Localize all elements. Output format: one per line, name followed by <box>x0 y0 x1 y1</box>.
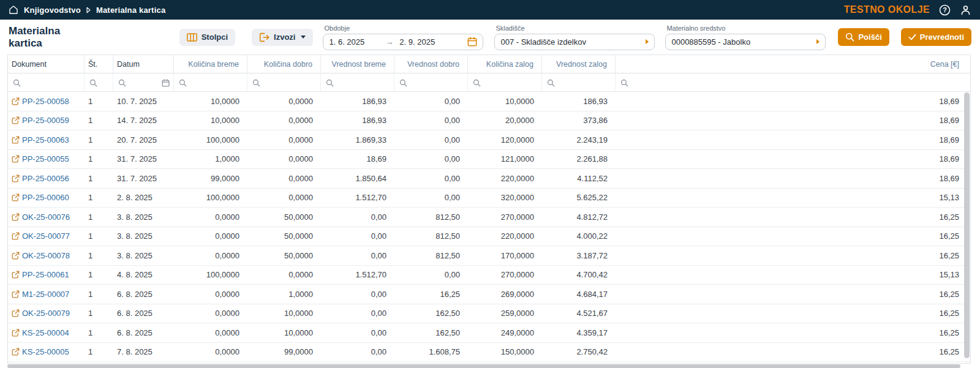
document-link[interactable]: M1-25-00007 <box>22 290 69 299</box>
breadcrumb-item-root[interactable]: Knjigovodstvo <box>24 6 81 15</box>
document-link[interactable]: OK-25-00078 <box>22 251 70 260</box>
columns-button[interactable]: Stolpci <box>179 29 235 46</box>
column-header-st[interactable]: Št. <box>85 55 113 73</box>
document-link[interactable]: KS-25-00004 <box>22 328 69 337</box>
material-select[interactable]: 0000885595 - Jabolko <box>665 34 826 50</box>
open-document-icon[interactable] <box>12 97 20 105</box>
table-row: PP-25-00060 1 2. 8. 2025 100,0000 0,0000… <box>8 189 970 208</box>
column-header-kolicina-breme[interactable]: Količina breme <box>174 55 247 73</box>
filter-cena[interactable] <box>616 73 970 92</box>
document-link[interactable]: PP-25-00059 <box>22 116 69 125</box>
column-header-datum[interactable]: Datum <box>113 55 174 73</box>
column-header-cena[interactable]: Cena [€] <box>616 55 970 73</box>
document-link[interactable]: OK-25-00079 <box>22 309 70 318</box>
table-row: PP-25-00059 1 14. 7. 2025 10,0000 0,0000… <box>8 111 970 131</box>
document-link[interactable]: PP-25-00055 <box>22 154 69 163</box>
document-link[interactable]: PP-25-00058 <box>22 97 69 106</box>
filter-vrednost-dobro[interactable] <box>394 73 468 92</box>
quantity-credit-cell: 99,0000 <box>247 347 321 356</box>
open-document-icon[interactable] <box>12 329 20 337</box>
document-link[interactable]: PP-25-00063 <box>22 135 69 145</box>
filter-vrednost-breme[interactable] <box>321 73 394 92</box>
document-link[interactable]: OK-25-00076 <box>22 212 70 222</box>
period-to-value[interactable]: 2. 9. 2025 <box>399 37 435 47</box>
price-cell: 16,25 <box>616 251 970 260</box>
quantity-credit-cell: 10,0000 <box>247 309 321 318</box>
vertical-scrollbar[interactable] <box>964 92 970 358</box>
chevron-down-icon <box>301 36 306 39</box>
document-link[interactable]: KS-25-00005 <box>22 347 69 356</box>
filter-vrednost-zalog[interactable] <box>542 73 616 92</box>
value-credit-cell: 0,00 <box>394 193 468 202</box>
calendar-icon[interactable] <box>162 79 170 87</box>
row-number-cell: 1 <box>85 270 113 279</box>
user-icon[interactable] <box>960 4 971 16</box>
column-header-vrednost-breme[interactable]: Vrednost breme <box>321 55 394 73</box>
quantity-debit-cell: 100,0000 <box>174 270 247 279</box>
filter-kolicina-dobro[interactable] <box>247 73 321 92</box>
breadcrumb: Knjigovodstvo Materialna kartica <box>9 5 165 15</box>
period-range-input[interactable]: 1. 6. 2025 → 2. 9. 2025 <box>323 34 483 50</box>
open-document-icon[interactable] <box>12 193 20 201</box>
document-link[interactable]: PP-25-00056 <box>22 174 69 183</box>
filter-kolicina-breme[interactable] <box>174 73 247 92</box>
search-icon <box>547 79 555 87</box>
open-document-icon[interactable] <box>12 155 20 163</box>
column-header-dokument[interactable]: Dokument <box>8 55 85 73</box>
horizontal-scrollbar[interactable] <box>7 364 960 368</box>
quantity-credit-cell: 0,0000 <box>247 270 321 279</box>
open-document-icon[interactable] <box>12 232 20 240</box>
open-document-icon[interactable] <box>12 116 20 124</box>
document-link[interactable]: OK-25-00077 <box>22 231 70 241</box>
open-document-icon[interactable] <box>12 290 20 298</box>
document-link[interactable]: PP-25-00060 <box>22 193 69 202</box>
value-debit-cell: 0,00 <box>321 328 394 337</box>
export-button-label: Izvozi <box>274 32 295 42</box>
revalue-button-label: Prevrednoti <box>920 32 964 42</box>
filter-datum[interactable] <box>113 73 174 92</box>
stock-value-cell: 3.187,72 <box>542 251 616 260</box>
value-debit-cell: 186,93 <box>321 97 394 106</box>
filter-kolicina-zalog[interactable] <box>468 73 542 92</box>
column-header-kolicina-zalog[interactable]: Količina zalog <box>468 55 542 73</box>
filter-st[interactable] <box>85 73 113 92</box>
value-credit-cell: 812,50 <box>394 231 468 241</box>
filter-dokument[interactable] <box>8 73 85 92</box>
value-debit-cell: 0,00 <box>321 251 394 260</box>
column-header-vrednost-zalog[interactable]: Vrednost zalog <box>542 55 616 73</box>
open-document-icon[interactable] <box>12 348 20 356</box>
quantity-debit-cell: 0,0000 <box>174 251 247 260</box>
open-document-icon[interactable] <box>12 271 20 279</box>
open-document-icon[interactable] <box>12 213 20 221</box>
open-document-icon[interactable] <box>12 136 20 144</box>
quantity-debit-cell: 0,0000 <box>174 231 247 241</box>
open-document-icon[interactable] <box>12 252 20 260</box>
stock-value-cell: 5.625,22 <box>542 193 616 202</box>
stock-quantity-cell: 10,0000 <box>468 97 542 106</box>
price-cell: 18,69 <box>616 135 970 145</box>
warehouse-select[interactable]: 007 - Skladišče izdelkov <box>494 34 655 50</box>
columns-button-label: Stolpci <box>202 32 228 42</box>
help-icon[interactable]: ? <box>939 4 951 16</box>
date-cell: 7. 8. 2025 <box>113 347 174 356</box>
column-header-vrednost-dobro[interactable]: Vrednost dobro <box>394 55 468 73</box>
search-icon <box>620 79 628 87</box>
quantity-credit-cell: 50,0000 <box>247 231 321 241</box>
stock-value-cell: 2.261,88 <box>542 154 616 163</box>
warehouse-value: 007 - Skladišče izdelkov <box>500 37 586 47</box>
revalue-button[interactable]: Prevrednoti <box>901 28 971 46</box>
search-button[interactable]: Poišči <box>838 28 889 46</box>
search-icon <box>252 79 260 87</box>
open-document-icon[interactable] <box>12 309 20 317</box>
table-row: PP-25-00055 1 31. 7. 2025 1,0000 0,0000 … <box>8 150 970 170</box>
open-document-icon[interactable] <box>12 175 20 182</box>
value-debit-cell: 18,69 <box>321 154 394 163</box>
value-debit-cell: 0,00 <box>321 347 394 356</box>
calendar-icon[interactable] <box>467 37 477 47</box>
column-header-kolicina-dobro[interactable]: Količina dobro <box>247 55 321 73</box>
export-button[interactable]: Izvozi <box>252 29 313 46</box>
home-icon[interactable] <box>9 5 18 15</box>
quantity-credit-cell: 0,0000 <box>247 97 321 106</box>
period-from-value[interactable]: 1. 6. 2025 <box>329 37 364 47</box>
document-link[interactable]: PP-25-00061 <box>22 270 69 279</box>
